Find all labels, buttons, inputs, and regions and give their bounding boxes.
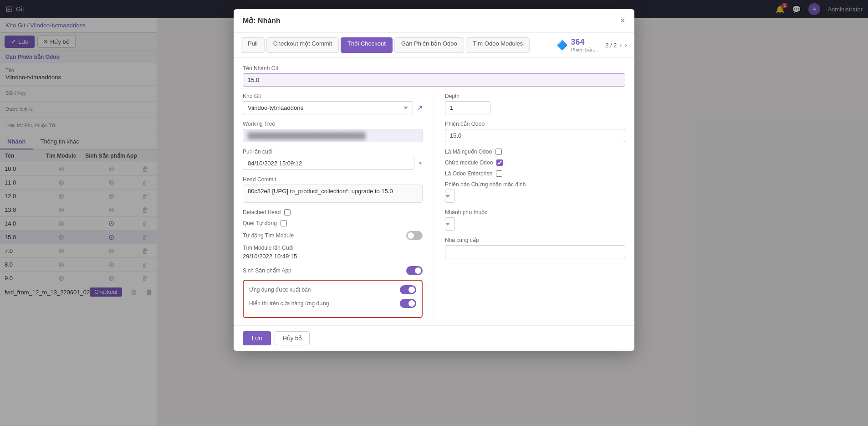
phien-ban-chung-select[interactable] xyxy=(445,190,455,203)
kho-git-field: Kho Git Viindoo-tvtmaaddons ↗ xyxy=(243,93,423,114)
tim-module-value: 29/10/2022 10:49:15 xyxy=(243,253,423,260)
head-commit-label: Head Commit xyxy=(243,176,423,183)
working-tree-label: Working Tree xyxy=(243,121,423,127)
modal-overlay: Mở: Nhánh × Pull Checkout một Commit Thô… xyxy=(0,0,868,426)
highlighted-box: Ứng dụng được xuất bán Hiển thị trên cửa… xyxy=(243,280,423,318)
nhanh-phu-select[interactable] xyxy=(445,217,455,231)
pull-dropdown-icon: ▼ xyxy=(418,161,423,166)
chua-module-checkbox[interactable] xyxy=(496,159,503,166)
tab-pull[interactable]: Pull xyxy=(241,37,265,53)
modal-body: Tên Nhánh Git Kho Git Viindoo-tvtmaaddon… xyxy=(234,58,634,325)
modal-save-button[interactable]: Lưu xyxy=(243,331,271,345)
working-tree-value: ████████████████████████████ xyxy=(243,129,423,142)
kho-git-label: Kho Git xyxy=(243,93,423,99)
depth-input[interactable] xyxy=(445,101,490,114)
form-left: Kho Git Viindoo-tvtmaaddons ↗ Working Tr… xyxy=(243,93,434,318)
version-icon: 🔷 xyxy=(557,40,568,51)
hien-thi-toggle[interactable] xyxy=(400,299,416,308)
quet-field: Quét Tự động xyxy=(243,220,423,226)
la-ma-nguon-field: Là Mã nguồn Odoo xyxy=(445,149,625,155)
tu-dong-tim-label: Tự động Tìm Module xyxy=(243,232,294,239)
hien-thi-label: Hiển thị trên cửa hàng ứng dụng xyxy=(249,300,329,307)
head-commit-field: Head Commit 80c52e8 [UPG] to_product_col… xyxy=(243,176,423,203)
ung-dung-toggle[interactable] xyxy=(400,285,416,294)
modal-footer: Lưu Hủy bỏ xyxy=(234,325,634,351)
modal-close-button[interactable]: × xyxy=(620,15,625,26)
la-enterprise-label: Là Odoo Enterprise xyxy=(445,170,492,177)
chua-module-label: Chứa module Odoo xyxy=(445,159,493,166)
form-grid: Kho Git Viindoo-tvtmaaddons ↗ Working Tr… xyxy=(243,93,625,318)
branch-name-input[interactable] xyxy=(243,73,625,87)
tab-gan-phien-ban[interactable]: Gán Phiên bản Odoo xyxy=(394,37,464,53)
quet-label: Quét Tự động xyxy=(243,220,277,226)
detached-head-label: Detached Head xyxy=(243,209,281,216)
tu-dong-tim-toggle[interactable] xyxy=(406,231,423,240)
nhanh-phu-field: Nhánh phụ thuộc xyxy=(445,209,625,231)
la-ma-nguon-label: Là Mã nguồn Odoo xyxy=(445,149,492,155)
depth-label: Depth xyxy=(445,93,625,99)
sinh-san-label: Sinh Sản phẩm App xyxy=(243,267,291,274)
phien-ban-chung-field: Phiên bản Chứng nhận mặc định xyxy=(445,181,625,203)
tab-tim-odoo-modules[interactable]: Tìm Odoo Modules xyxy=(466,37,530,53)
nha-cung-cap-field: Nhà cung cấp xyxy=(445,237,625,258)
modal-cancel-button[interactable]: Hủy bỏ xyxy=(275,331,310,345)
pagination: 2 / 2 ‹ › xyxy=(605,41,627,49)
la-ma-nguon-checkbox[interactable] xyxy=(495,149,502,155)
branch-name-label: Tên Nhánh Git xyxy=(243,65,625,72)
ung-dung-field: Ứng dụng được xuất bán xyxy=(249,285,416,294)
chua-module-field: Chứa module Odoo xyxy=(445,159,625,166)
tab-thoi-checkout[interactable]: Thôi Checkout xyxy=(341,37,393,53)
version-badge: 🔷 364 Phiên bản... xyxy=(557,37,598,53)
tab-checkout-commit[interactable]: Checkout một Commit xyxy=(266,37,339,53)
prev-page-button[interactable]: ‹ xyxy=(619,41,622,49)
modal-tabs: Pull Checkout một Commit Thôi Checkout G… xyxy=(234,33,634,58)
phien-ban-input[interactable] xyxy=(445,129,625,142)
nha-cung-cap-label: Nhà cung cấp xyxy=(445,237,625,243)
sinh-san-field: Sinh Sản phẩm App xyxy=(243,266,423,275)
depth-field: Depth xyxy=(445,93,625,114)
detached-head-field: Detached Head xyxy=(243,209,423,216)
tu-dong-tim-field: Tự động Tìm Module xyxy=(243,231,423,240)
ung-dung-label: Ứng dụng được xuất bán xyxy=(249,287,311,293)
pull-label: Pull lần cuối xyxy=(243,149,423,155)
sinh-san-toggle[interactable] xyxy=(406,266,423,275)
modal-header: Mở: Nhánh × xyxy=(234,9,634,33)
phien-ban-field: Phiên bản Odoo xyxy=(445,121,625,142)
hien-thi-field: Hiển thị trên cửa hàng ứng dụng xyxy=(249,299,416,308)
quet-checkbox[interactable] xyxy=(281,220,287,226)
pull-field: Pull lần cuối ▼ xyxy=(243,149,423,170)
kho-git-select[interactable]: Viindoo-tvtmaaddons xyxy=(243,101,413,114)
pull-input[interactable] xyxy=(243,157,414,170)
la-enterprise-field: Là Odoo Enterprise xyxy=(445,170,625,177)
phien-ban-chung-label: Phiên bản Chứng nhận mặc định xyxy=(445,181,625,188)
form-right: Depth Phiên bản Odoo Là Mã nguồn Odoo xyxy=(434,93,625,318)
tim-module-label: Tìm Module lần Cuối xyxy=(243,245,423,251)
kho-git-ext-link[interactable]: ↗ xyxy=(417,103,423,112)
head-commit-value: 80c52e8 [UPG] to_product_collection*: up… xyxy=(243,185,423,203)
modal-dialog: Mở: Nhánh × Pull Checkout một Commit Thô… xyxy=(234,9,634,351)
tim-module-field: Tìm Module lần Cuối 29/10/2022 10:49:15 xyxy=(243,245,423,260)
working-tree-field: Working Tree ███████████████████████████… xyxy=(243,121,423,142)
next-page-button[interactable]: › xyxy=(625,41,627,49)
nhanh-phu-label: Nhánh phụ thuộc xyxy=(445,209,625,216)
la-enterprise-checkbox[interactable] xyxy=(496,170,502,177)
modal-title: Mở: Nhánh xyxy=(243,16,281,25)
nha-cung-cap-input[interactable] xyxy=(445,245,625,258)
detached-head-checkbox[interactable] xyxy=(284,209,291,216)
branch-name-field: Tên Nhánh Git xyxy=(243,65,625,87)
phien-ban-label: Phiên bản Odoo xyxy=(445,121,625,127)
